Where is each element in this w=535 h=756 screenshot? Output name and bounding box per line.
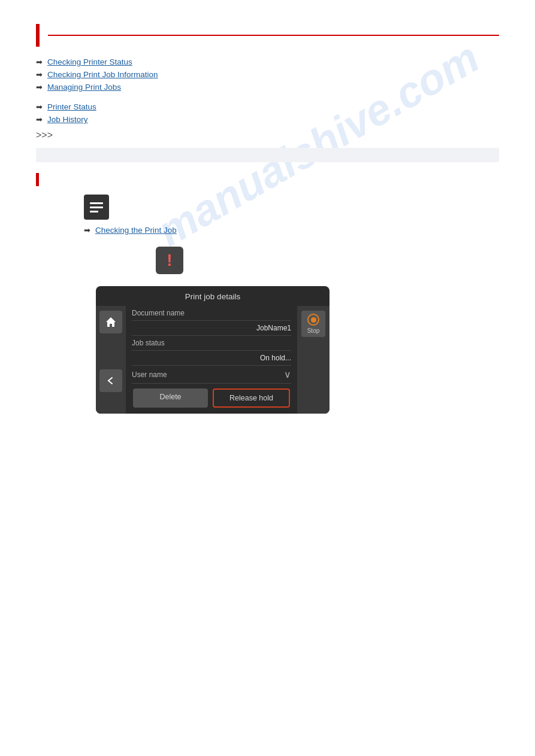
section-heading (36, 24, 499, 47)
arrow-icon-4: ➡ (36, 102, 43, 111)
user-name-label: User name (132, 371, 167, 379)
links-section-1: ➡ Checking Printer Status ➡ Checking Pri… (36, 57, 499, 92)
link-item-1: ➡ Checking Printer Status (36, 57, 499, 66)
double-arrow: >>> (36, 130, 499, 141)
sub-section-heading (36, 173, 499, 186)
chevron-down-icon: ∨ (284, 369, 291, 380)
back-button[interactable] (99, 369, 122, 392)
warning-exclamation: ! (167, 252, 172, 269)
release-hold-button[interactable]: Release hold (213, 388, 290, 408)
list-icon-line-3 (90, 211, 98, 212)
list-icon-line-2 (90, 207, 103, 208)
user-name-row: User name ∨ (132, 366, 291, 384)
link-5[interactable]: Job History (47, 115, 88, 124)
list-icon-block (84, 195, 499, 220)
heading-bar (36, 24, 40, 47)
list-icon (84, 195, 109, 220)
list-icon-lines (90, 202, 103, 212)
link-item-3: ➡ Managing Print Jobs (36, 83, 499, 92)
doc-name-label-row: Document name (132, 306, 291, 321)
delete-button[interactable]: Delete (133, 388, 208, 408)
link-item-2: ➡ Checking Print Job Information (36, 70, 499, 79)
screen-buttons: Delete Release hold (132, 388, 291, 408)
svg-marker-0 (106, 317, 116, 327)
heading-line (48, 35, 499, 36)
printer-screen: Print job details (96, 286, 330, 414)
arrow-icon-1: ➡ (36, 57, 43, 66)
arrow-icon-3: ➡ (36, 83, 43, 92)
warning-icon: ! (156, 247, 183, 274)
job-name-value: JobName1 (256, 324, 291, 332)
link-1[interactable]: Checking Printer Status (47, 57, 132, 66)
screen-content: Document name JobName1 Job status On hol… (126, 306, 297, 414)
link-under-icon-item: ➡ Checking the Print Job (84, 226, 499, 235)
stop-label: Stop (307, 327, 320, 334)
arrow-icon-5: ➡ (36, 115, 43, 124)
screen-right-nav: Stop (297, 306, 330, 414)
link-item-5: ➡ Job History (36, 115, 499, 124)
doc-name-label: Document name (132, 309, 185, 317)
arrow-icon-6: ➡ (84, 226, 90, 235)
arrow-icon-2: ➡ (36, 70, 43, 79)
on-hold-value: On hold... (260, 354, 291, 362)
screen-body: Document name JobName1 Job status On hol… (96, 306, 330, 414)
sub-heading-bar (36, 173, 39, 186)
job-status-label: Job status (132, 339, 165, 347)
job-status-label-row: Job status (132, 336, 291, 351)
link-under-icon[interactable]: Checking the Print Job (95, 226, 177, 235)
job-status-value-row: On hold... (132, 351, 291, 366)
doc-name-value-row: JobName1 (132, 321, 291, 336)
link-2[interactable]: Checking Print Job Information (47, 70, 158, 79)
screen-title: Print job details (96, 286, 330, 306)
list-icon-line-1 (90, 202, 103, 204)
link-item-4: ➡ Printer Status (36, 102, 499, 111)
links-section-2: ➡ Printer Status ➡ Job History (36, 102, 499, 124)
stop-button[interactable]: Stop (301, 311, 325, 337)
stop-icon (307, 314, 319, 326)
back-icon (105, 375, 116, 386)
link-4[interactable]: Printer Status (47, 102, 96, 111)
screen-left-nav (96, 306, 126, 414)
home-icon (105, 316, 117, 328)
note-box (36, 148, 499, 162)
stop-icon-inner (311, 317, 316, 323)
link-3[interactable]: Managing Print Jobs (47, 83, 121, 92)
home-button[interactable] (99, 311, 122, 333)
warning-icon-block: ! (156, 247, 499, 274)
